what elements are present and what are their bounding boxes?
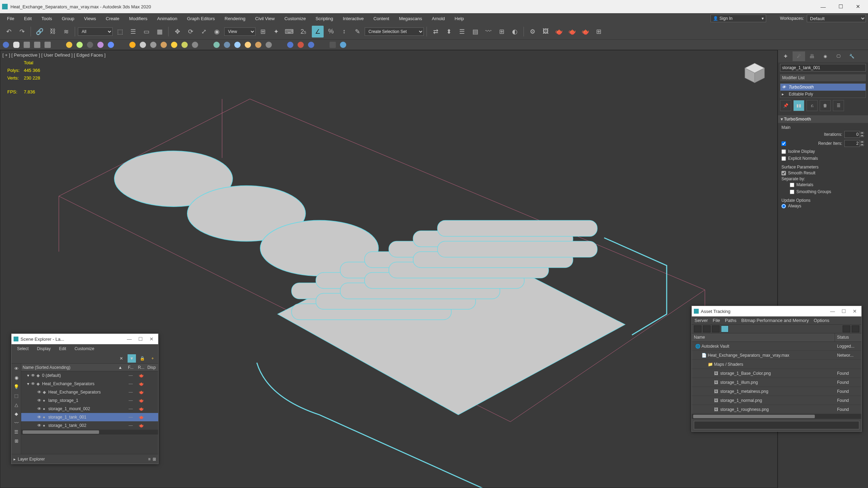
- menu-arnold[interactable]: Arnold: [427, 16, 450, 21]
- maximize-button[interactable]: ☐: [833, 1, 849, 12]
- expand-icon[interactable]: ▾: [26, 373, 30, 378]
- light-3-icon[interactable]: [87, 42, 93, 48]
- tab-display[interactable]: 🖵: [832, 51, 845, 61]
- render-online-button[interactable]: ⊞: [593, 26, 605, 38]
- help-icon[interactable]: [330, 42, 336, 48]
- list-item[interactable]: 👁 ◆ Heat_Exchange_Separators — 🫖: [21, 388, 158, 396]
- select-name-button[interactable]: ☰: [127, 26, 139, 38]
- table-row[interactable]: 🖼storage_1_illum.pngFound: [692, 378, 861, 387]
- util-3-icon[interactable]: [308, 42, 314, 48]
- mat-6-icon[interactable]: [181, 42, 188, 48]
- menu-create[interactable]: Create: [101, 16, 124, 21]
- angle-snap-button[interactable]: ∠: [312, 26, 324, 38]
- pin-button[interactable]: 📌: [780, 100, 791, 111]
- menu-views[interactable]: Views: [79, 16, 101, 21]
- render-cell[interactable]: 🫖: [136, 406, 146, 411]
- workspace-combo[interactable]: Default: [807, 15, 866, 22]
- at-tool-4[interactable]: [721, 325, 729, 332]
- light-2-icon[interactable]: [76, 42, 83, 48]
- footer-btn-2[interactable]: ⊞: [153, 457, 156, 462]
- list-item[interactable]: 👁 ● storage_1_tank_002 — 🫖: [21, 421, 158, 430]
- link-button[interactable]: 🔗: [34, 26, 46, 38]
- selection-set-combo[interactable]: Create Selection Set: [365, 27, 424, 36]
- close-button[interactable]: ✕: [850, 1, 866, 12]
- unlink-button[interactable]: ⛓: [47, 26, 59, 38]
- table-row[interactable]: 🖼storage_1_metalness.pngFound: [692, 387, 861, 396]
- se-menu-customize[interactable]: Customize: [70, 346, 98, 351]
- asset-tracking-titlebar[interactable]: Asset Tracking — ☐ ✕: [692, 306, 861, 316]
- maximize-button[interactable]: ☐: [839, 308, 848, 314]
- filter-combo[interactable]: All: [78, 27, 113, 36]
- menu-help[interactable]: Help: [450, 16, 469, 21]
- signin-dropdown[interactable]: 👤 Sign In ▾: [711, 15, 766, 22]
- bind-button[interactable]: ≋: [60, 26, 72, 38]
- expand-icon[interactable]: ▾: [26, 381, 30, 386]
- list-icon[interactable]: [24, 42, 30, 48]
- menu-animation[interactable]: Animation: [152, 16, 182, 21]
- at-menu-bitmap[interactable]: Bitmap Performance and Memory: [741, 318, 809, 323]
- scene-explorer-titlebar[interactable]: Scene Explorer - La... — ☐ ✕: [11, 334, 158, 344]
- at-menu-server[interactable]: Server: [695, 318, 708, 323]
- object-name-input[interactable]: [780, 64, 866, 72]
- list-header[interactable]: Name (Sorted Ascending) ▲ F... R... Disp: [21, 364, 158, 371]
- menu-file[interactable]: File: [2, 16, 19, 21]
- cloud-icon[interactable]: [13, 42, 19, 48]
- render-last-button[interactable]: 🫖: [566, 26, 578, 38]
- rotate-button[interactable]: ⟳: [185, 26, 196, 38]
- filter-button[interactable]: ▼: [128, 354, 136, 363]
- spinner-snap-button[interactable]: ↕: [338, 26, 350, 38]
- se-side-8[interactable]: ☰: [12, 428, 21, 436]
- render-setup-button[interactable]: ⚙: [527, 26, 538, 38]
- mat-3-icon[interactable]: [150, 42, 156, 48]
- scene-explorer-window[interactable]: Scene Explorer - La... — ☐ ✕ Select Disp…: [11, 333, 159, 464]
- edit-selection-button[interactable]: ✎: [351, 26, 363, 38]
- make-unique-button[interactable]: ⎌: [806, 100, 818, 111]
- toggle-ribbon-button[interactable]: ▤: [469, 26, 481, 38]
- se-side-6[interactable]: ◆: [12, 410, 21, 418]
- minimize-button[interactable]: —: [125, 336, 134, 342]
- manip-button[interactable]: ✦: [270, 26, 282, 38]
- eye-icon[interactable]: 👁: [37, 406, 42, 411]
- curve-editor-button[interactable]: 〰: [482, 26, 494, 38]
- scene-1-icon[interactable]: [213, 42, 220, 48]
- list-item[interactable]: 👁 ● lamp_storage_1 — 🫖: [21, 396, 158, 405]
- table-row[interactable]: 📄Heat_Exchange_Separators_max_vray.maxNe…: [692, 351, 861, 360]
- mat-4-icon[interactable]: [161, 42, 167, 48]
- snap-2d-button[interactable]: 2₅: [297, 26, 310, 38]
- eye-icon[interactable]: 👁: [31, 381, 36, 386]
- tab-motion[interactable]: ◉: [819, 51, 832, 61]
- material-button[interactable]: ◐: [509, 26, 521, 38]
- mat-2-icon[interactable]: [140, 42, 146, 48]
- render-cell[interactable]: 🫖: [136, 390, 146, 395]
- se-side-3[interactable]: 💡: [12, 382, 21, 391]
- add-button[interactable]: +: [148, 354, 157, 363]
- scene-6-icon[interactable]: [266, 42, 272, 48]
- menu-group[interactable]: Group: [57, 16, 79, 21]
- render-iters-check[interactable]: [781, 141, 786, 146]
- sphere-icon[interactable]: [3, 42, 9, 48]
- at-menu-options[interactable]: Options: [814, 318, 829, 323]
- refcoord-combo[interactable]: View: [224, 27, 255, 36]
- menu-modifiers[interactable]: Modifiers: [124, 16, 152, 21]
- modifier-turbosmooth[interactable]: 👁 TurboSmooth: [780, 84, 866, 91]
- menu-content[interactable]: Content: [368, 16, 394, 21]
- light-1-icon[interactable]: [66, 42, 72, 48]
- scene-2-icon[interactable]: [224, 42, 230, 48]
- window-crossing-button[interactable]: ▦: [154, 26, 165, 38]
- tab-hierarchy[interactable]: 品: [806, 51, 818, 61]
- mat-1-icon[interactable]: [129, 42, 136, 48]
- mat-5-icon[interactable]: [171, 42, 177, 48]
- horizontal-scrollbar[interactable]: [21, 430, 158, 435]
- scene-4-icon[interactable]: [245, 42, 251, 48]
- menu-edit[interactable]: Edit: [19, 16, 36, 21]
- horizontal-scrollbar[interactable]: [692, 414, 861, 419]
- lock-button[interactable]: 🔒: [138, 354, 146, 363]
- eye-icon[interactable]: 👁: [37, 390, 42, 395]
- render-cell[interactable]: 🫖: [136, 415, 146, 420]
- select-button[interactable]: ⬚: [114, 26, 126, 38]
- se-menu-edit[interactable]: Edit: [55, 346, 71, 351]
- at-tool-3[interactable]: [712, 325, 720, 332]
- at-tool-help[interactable]: [843, 325, 850, 332]
- mat-7-icon[interactable]: [192, 42, 198, 48]
- menu-megascans[interactable]: Megascans: [394, 16, 427, 21]
